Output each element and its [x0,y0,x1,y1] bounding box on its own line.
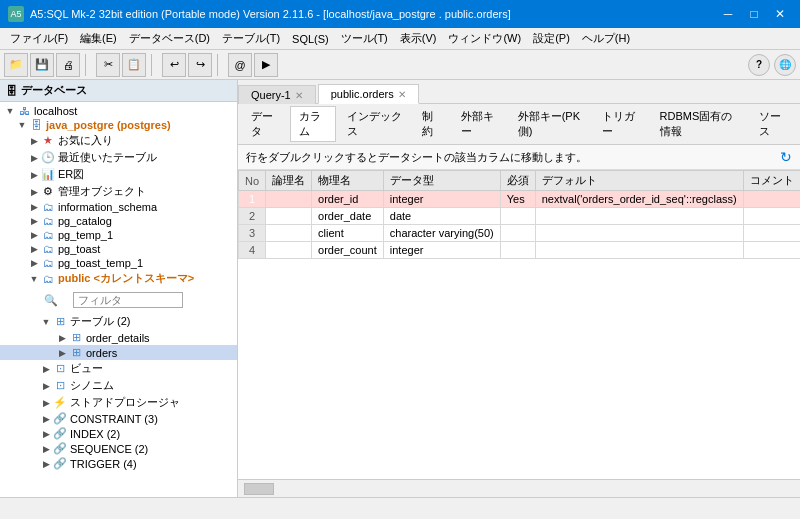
expand-icon: ▶ [28,258,40,268]
sidebar-item-tables[interactable]: ▼ ⊞ テーブル (2) [0,313,237,330]
row-number: 3 [239,225,266,242]
col-header-default: デフォルト [535,171,743,191]
toolbar-save[interactable]: 💾 [30,53,54,77]
menu-window[interactable]: ウィンドウ(W) [442,29,527,48]
refresh-icon[interactable]: ↻ [780,149,792,165]
sidebar-item-order-details[interactable]: ▶ ⊞ order_details [0,330,237,345]
row-default: nextval('orders_order_id_seq'::regclass) [535,191,743,208]
sub-tab-source[interactable]: ソース [750,106,796,142]
procedures-icon: ⚡ [52,396,68,409]
sidebar-item-java-postgre[interactable]: ▼ 🗄 java_postgre (postgres) [0,118,237,132]
row-datatype: date [383,208,500,225]
menu-edit[interactable]: 編集(E) [74,29,123,48]
minimize-button[interactable]: ─ [716,4,740,24]
sidebar-item-info-schema[interactable]: ▶ 🗂 information_schema [0,200,237,214]
node-label-public: public <カレントスキーマ> [58,271,194,286]
sidebar-item-favorites[interactable]: ▶ ★ お気に入り [0,132,237,149]
expand-icon: ▶ [28,153,40,163]
tree-body: ▼ 🖧 localhost ▼ 🗄 java_postgre (postgres… [0,102,237,473]
sidebar-item-synonyms[interactable]: ▶ ⊡ シノニム [0,377,237,394]
toolbar-web[interactable]: 🌐 [774,54,796,76]
sub-tab-strip: データ カラム インデックス 制約 外部キー 外部キー(PK側) トリガー RD… [238,104,800,145]
title-bar-text: A5:SQL Mk-2 32bit edition (Portable mode… [30,8,511,20]
title-bar-controls[interactable]: ─ □ ✕ [716,4,792,24]
toolbar-open[interactable]: 📁 [4,53,28,77]
menu-sql[interactable]: SQL(S) [286,31,335,47]
table-row[interactable]: 2 order_date date [239,208,801,225]
toolbar-redo[interactable]: ↪ [188,53,212,77]
sidebar-header: 🗄 データベース [0,80,237,102]
expand-icon: ▶ [56,348,68,358]
toolbar-at[interactable]: @ [228,53,252,77]
expand-icon: ▶ [28,136,40,146]
data-table-wrap[interactable]: No 論理名 物理名 データ型 必須 デフォルト コメント 1 order_id… [238,170,800,479]
sub-tab-indexes[interactable]: インデックス [338,106,412,142]
db-icon: 🗄 [28,119,44,131]
toolbar-copy[interactable]: 📋 [122,53,146,77]
sidebar-item-index[interactable]: ▶ 🔗 INDEX (2) [0,426,237,441]
horizontal-scrollbar[interactable] [238,479,800,497]
menu-view[interactable]: 表示(V) [394,29,443,48]
row-default [535,242,743,259]
sidebar-item-manage[interactable]: ▶ ⚙ 管理オブジェクト [0,183,237,200]
menu-settings[interactable]: 設定(P) [527,29,576,48]
toolbar-print[interactable]: 🖨 [56,53,80,77]
sidebar-item-orders[interactable]: ▶ ⊞ orders [0,345,237,360]
sidebar-item-procedures[interactable]: ▶ ⚡ ストアドプロシージャ [0,394,237,411]
filter-input[interactable] [73,292,183,308]
menu-tools[interactable]: ツール(T) [335,29,394,48]
table-row[interactable]: 1 order_id integer Yes nextval('orders_o… [239,191,801,208]
server-icon: 🖧 [16,105,32,117]
info-message: 行をダブルクリックするとデータシートの該当カラムに移動します。 ↻ [238,145,800,170]
row-datatype: integer [383,242,500,259]
toolbar-cut[interactable]: ✂ [96,53,120,77]
row-physical: client [312,225,384,242]
menu-help[interactable]: ヘルプ(H) [576,29,636,48]
close-button[interactable]: ✕ [768,4,792,24]
sub-tab-fk[interactable]: 外部キー [452,106,507,142]
tab-query1-close[interactable]: ✕ [295,90,303,101]
tab-public-orders-close[interactable]: ✕ [398,89,406,100]
toolbar-undo[interactable]: ↩ [162,53,186,77]
toolbar: 📁 💾 🖨 ✂ 📋 ↩ ↪ @ ▶ ? 🌐 [0,50,800,80]
index-icon: 🔗 [52,427,68,440]
sidebar-item-views[interactable]: ▶ ⊡ ビュー [0,360,237,377]
views-icon: ⊡ [52,362,68,375]
node-label-pg-toast: pg_toast [58,243,100,255]
row-comment [743,242,800,259]
expand-icon: ▶ [40,381,52,391]
table-row[interactable]: 4 order_count integer [239,242,801,259]
maximize-button[interactable]: □ [742,4,766,24]
menu-file[interactable]: ファイル(F) [4,29,74,48]
scroll-thumb[interactable] [244,483,274,495]
sub-tab-triggers[interactable]: トリガー [593,106,648,142]
sidebar-item-recent[interactable]: ▶ 🕒 最近使いたテーブル [0,149,237,166]
sidebar-item-pg-toast[interactable]: ▶ 🗂 pg_toast [0,242,237,256]
sub-tab-columns[interactable]: カラム [290,106,336,142]
sidebar-item-trigger[interactable]: ▶ 🔗 TRIGGER (4) [0,456,237,471]
tab-query1[interactable]: Query-1 ✕ [238,85,316,104]
tab-public-orders[interactable]: public.orders ✕ [318,84,419,104]
expand-icon: ▶ [28,170,40,180]
sub-tab-fk-pk[interactable]: 外部キー(PK側) [509,106,592,142]
sidebar-item-pg-toast-temp1[interactable]: ▶ 🗂 pg_toast_temp_1 [0,256,237,270]
sidebar-item-pg-temp1[interactable]: ▶ 🗂 pg_temp_1 [0,228,237,242]
sub-tab-rdbms[interactable]: RDBMS固有の情報 [651,106,749,142]
menu-table[interactable]: テーブル(T) [216,29,286,48]
menu-database[interactable]: データベース(D) [123,29,216,48]
sidebar-item-constraint[interactable]: ▶ 🔗 CONSTRAINT (3) [0,411,237,426]
toolbar-run[interactable]: ▶ [254,53,278,77]
sub-tab-data[interactable]: データ [242,106,288,142]
toolbar-help[interactable]: ? [748,54,770,76]
sidebar-item-pg-catalog[interactable]: ▶ 🗂 pg_catalog [0,214,237,228]
row-default [535,208,743,225]
sidebar-item-sequence[interactable]: ▶ 🔗 SEQUENCE (2) [0,441,237,456]
sub-tab-constraints[interactable]: 制約 [413,106,450,142]
table-row[interactable]: 3 client character varying(50) [239,225,801,242]
sidebar-item-er[interactable]: ▶ 📊 ER図 [0,166,237,183]
node-label-recent: 最近使いたテーブル [58,150,157,165]
content-area: Query-1 ✕ public.orders ✕ データ カラム インデックス… [238,80,800,497]
node-label-views: ビュー [70,361,103,376]
sidebar-item-localhost[interactable]: ▼ 🖧 localhost [0,104,237,118]
sidebar-item-public[interactable]: ▼ 🗂 public <カレントスキーマ> [0,270,237,287]
